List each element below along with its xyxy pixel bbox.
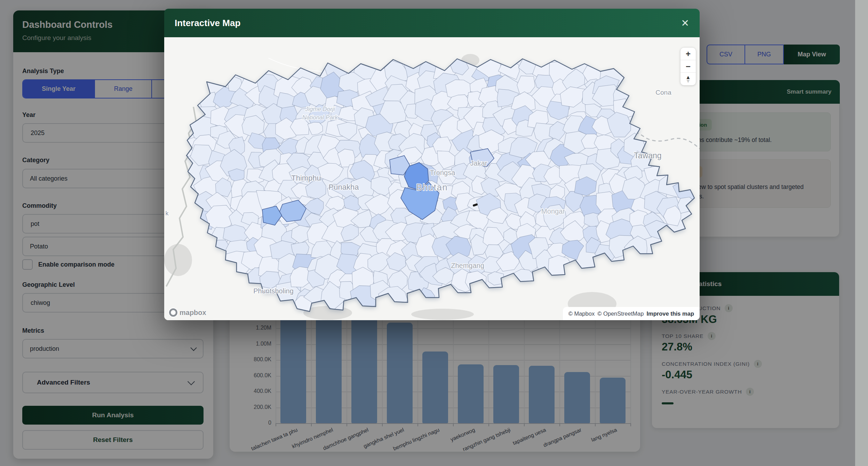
app-root: Dashboard Controls Configure your analys… xyxy=(0,0,868,466)
map-label-tawang: Tawang xyxy=(634,151,661,160)
modal-title: Interactive Map xyxy=(175,18,240,29)
mapbox-logo-text: mapbox xyxy=(180,309,206,317)
choropleth-map[interactable]: Jigme DorjiNational ParkPunakhaThimphuBh… xyxy=(164,37,700,320)
map-zoom-controls: + − ▲ ▼ xyxy=(680,48,696,85)
map-attribution: © Mapbox © OpenStreetMap Improve this ma… xyxy=(563,307,700,320)
compass-south-icon: ▼ xyxy=(686,79,691,83)
map-label-mongar: Mongar xyxy=(541,207,565,215)
map-label-national-park: National Park xyxy=(302,114,339,121)
compass-button[interactable]: ▲ ▼ xyxy=(680,73,696,85)
map-label-zhemgang: Zhemgang xyxy=(451,262,484,269)
mapbox-logo[interactable]: mapbox xyxy=(169,308,206,317)
interactive-map-modal: Interactive Map ✕ Jigme DorjiNational Pa… xyxy=(164,9,700,320)
mapbox-logo-icon xyxy=(169,308,177,317)
map-canvas[interactable]: Jigme DorjiNational ParkPunakhaThimphuBh… xyxy=(164,37,700,320)
close-icon[interactable]: ✕ xyxy=(681,17,689,29)
map-label-jakar: Jakar xyxy=(470,159,487,167)
map-label-thimphu: Thimphu xyxy=(291,174,321,182)
zoom-in-button[interactable]: + xyxy=(680,48,696,60)
map-label-cona: Cona xyxy=(655,89,671,96)
map-label-jigme-dorji: Jigme Dorji xyxy=(305,106,335,112)
attrib-osm-link[interactable]: © OpenStreetMap xyxy=(597,310,644,317)
scrollbar-track[interactable] xyxy=(855,0,868,466)
map-label-trongsa: Trongsa xyxy=(430,169,456,176)
map-label-bhutan: Bhutan xyxy=(416,182,448,192)
map-label-k: k xyxy=(166,210,169,217)
modal-header: Interactive Map ✕ xyxy=(164,9,700,37)
attrib-improve-link[interactable]: Improve this map xyxy=(646,310,694,317)
zoom-out-button[interactable]: − xyxy=(680,60,696,73)
attrib-mapbox-link[interactable]: © Mapbox xyxy=(568,310,595,317)
map-label-punakha: Punakha xyxy=(329,183,359,191)
map-label-phuntsholing: Phuntsholing xyxy=(253,287,294,295)
